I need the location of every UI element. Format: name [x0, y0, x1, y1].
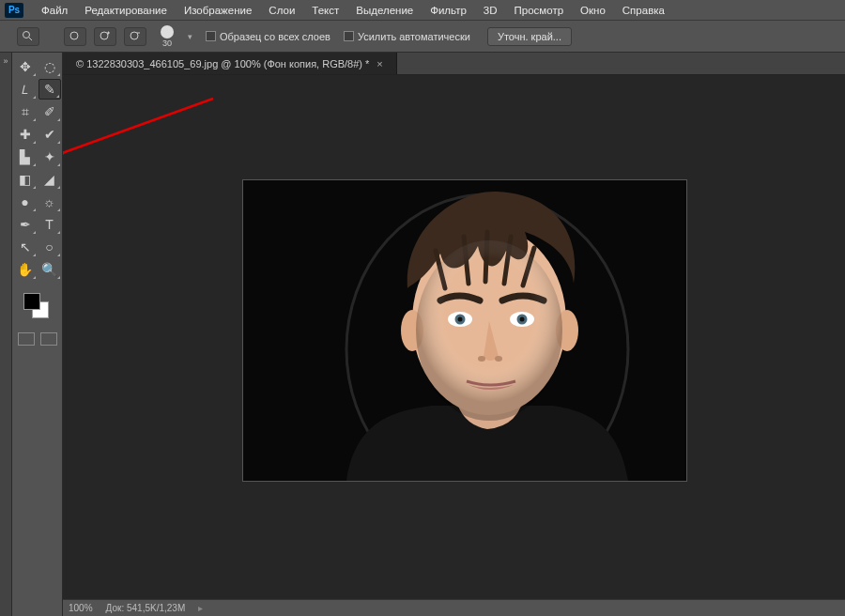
svg-point-3	[131, 32, 138, 39]
document-tab[interactable]: © 1322830303_466105_69.jpg @ 100% (Фон к…	[63, 53, 397, 74]
brush-size-value: 30	[162, 38, 172, 48]
zoom-tool[interactable]: 🔍	[38, 259, 61, 280]
sample-all-layers-checkbox[interactable]: Образец со всех слоев	[206, 31, 330, 42]
path-select-tool[interactable]: ↖	[14, 237, 37, 257]
dodge-tool[interactable]: ☼	[38, 192, 61, 212]
checkbox-icon	[344, 31, 354, 41]
document-tab-title: © 1322830303_466105_69.jpg @ 100% (Фон к…	[76, 58, 369, 69]
canvas-area: © 1322830303_466105_69.jpg @ 100% (Фон к…	[63, 53, 845, 616]
menu-edit[interactable]: Редактирование	[76, 2, 176, 19]
svg-point-0	[23, 31, 30, 38]
healing-tool[interactable]: ✚	[14, 124, 37, 145]
menu-select[interactable]: Выделение	[347, 2, 422, 19]
panel-collapse-strip[interactable]: »	[0, 53, 12, 616]
close-icon[interactable]: ×	[376, 58, 382, 69]
blur-tool[interactable]: ●	[14, 192, 37, 212]
lasso-tool[interactable]: 𝘓	[14, 79, 37, 100]
menu-image[interactable]: Изображение	[176, 2, 260, 19]
eraser-tool[interactable]: ◧	[14, 169, 37, 190]
menubar: Ps Файл Редактирование Изображение Слои …	[0, 0, 845, 21]
svg-line-18	[65, 99, 213, 152]
color-swatches[interactable]	[23, 293, 60, 323]
menu-layers[interactable]: Слои	[260, 2, 303, 19]
auto-enhance-checkbox[interactable]: Усилить автоматически	[344, 31, 470, 42]
menu-help[interactable]: Справка	[614, 2, 673, 19]
svg-point-2	[100, 32, 108, 39]
new-selection-icon[interactable]	[64, 27, 86, 46]
add-selection-icon[interactable]	[94, 27, 116, 46]
shape-tool[interactable]: ○	[38, 237, 61, 257]
refine-edge-button[interactable]: Уточн. край...	[487, 27, 572, 46]
menu-window[interactable]: Окно	[572, 2, 614, 19]
subtract-selection-icon[interactable]	[124, 27, 146, 46]
canvas-viewport[interactable]	[63, 75, 845, 599]
ps-logo-icon: Ps	[5, 3, 23, 18]
options-bar: 30 ▾ Образец со всех слоев Усилить автом…	[0, 21, 845, 53]
menu-3d[interactable]: 3D	[475, 2, 506, 19]
toolbox: ✥◌𝘓✎⌗✐✚✔▙✦◧◢●☼✒T↖○✋🔍	[12, 53, 63, 616]
type-tool[interactable]: T	[38, 214, 61, 235]
workspace: » ✥◌𝘓✎⌗✐✚✔▙✦◧◢●☼✒T↖○✋🔍 © 1322830303_4661…	[0, 53, 845, 616]
portrait-content	[243, 180, 686, 481]
marquee-tool[interactable]: ◌	[38, 56, 61, 77]
foreground-color-swatch[interactable]	[23, 293, 40, 310]
pen-tool[interactable]: ✒	[14, 214, 37, 235]
stamp-tool[interactable]: ▙	[14, 146, 37, 167]
move-tool[interactable]: ✥	[14, 56, 37, 77]
status-bar: 100% Док: 541,5K/1,23M ▸	[63, 599, 845, 616]
zoom-level[interactable]: 100%	[69, 603, 93, 613]
svg-point-17	[416, 240, 562, 421]
crop-tool[interactable]: ⌗	[14, 101, 37, 122]
quickmask-icon[interactable]	[18, 332, 35, 346]
chevron-down-icon[interactable]: ▾	[188, 32, 192, 41]
checkbox-icon	[206, 31, 216, 41]
eyedropper-tool[interactable]: ✐	[38, 101, 61, 122]
document-tabs: © 1322830303_466105_69.jpg @ 100% (Фон к…	[63, 53, 845, 75]
menu-view[interactable]: Просмотр	[506, 2, 573, 19]
canvas-image[interactable]	[243, 180, 686, 481]
doc-info: Док: 541,5K/1,23M	[106, 603, 186, 613]
chevron-right-icon[interactable]: ▸	[198, 603, 203, 613]
sample-all-layers-label: Образец со всех слоев	[220, 31, 330, 42]
quick-select-tool[interactable]: ✎	[38, 79, 61, 100]
svg-point-1	[70, 32, 78, 39]
gradient-tool[interactable]: ◢	[38, 169, 61, 190]
menu-file[interactable]: Файл	[33, 2, 76, 19]
brush-dot-icon	[161, 25, 174, 38]
tool-preset-icon[interactable]	[17, 27, 39, 46]
auto-enhance-label: Усилить автоматически	[358, 31, 470, 42]
menu-text[interactable]: Текст	[303, 2, 347, 19]
hand-tool[interactable]: ✋	[14, 259, 37, 280]
brush-tool[interactable]: ✔	[38, 124, 61, 145]
screenmode-icon[interactable]	[40, 332, 57, 346]
menu-filter[interactable]: Фильтр	[422, 2, 475, 19]
brush-preview[interactable]: 30	[154, 23, 180, 50]
history-brush-tool[interactable]: ✦	[38, 146, 61, 167]
